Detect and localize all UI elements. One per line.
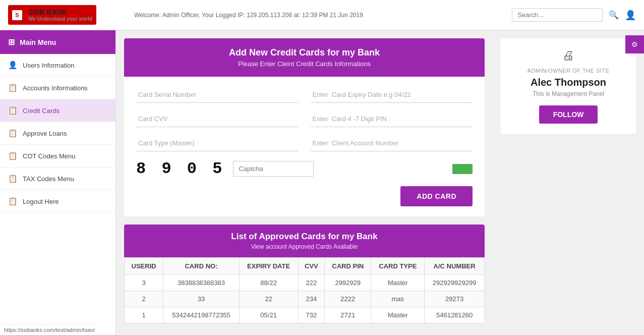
add-card-row: ADD CARD <box>136 186 473 206</box>
form-row-1 <box>136 87 473 103</box>
logo-area: S SSIB BANK We Understand your world <box>8 5 124 25</box>
clipboard-icon-logout: 📋 <box>8 197 18 206</box>
add-card-header: Add New Credit Cards for my Bank Please … <box>124 38 485 77</box>
sidebar-item-cot-codes[interactable]: 📋 COT Codes Menu <box>0 145 115 167</box>
col-cvv: CVV <box>298 258 325 275</box>
approved-cards-table-card: List of Approved Cards for my Bank View … <box>124 225 485 323</box>
approved-cards-table: USERID CARD NO: EXPIRY DATE CVV CARD PIN… <box>124 257 485 323</box>
sidebar-label-accounts-informations: Accounts Informations <box>23 84 88 92</box>
sidebar-item-accounts-informations[interactable]: 📋 Accounts Informations <box>0 77 115 99</box>
field-expiry <box>311 87 473 103</box>
right-panel: 🖨 ADMIN/OWNER OF THE SITE Alec Thompson … <box>493 30 644 335</box>
user-icon-button[interactable]: 👤 <box>625 10 636 21</box>
grid-icon: ⊞ <box>8 37 15 47</box>
logo-text-area: SSIB BANK We Understand your world <box>28 8 92 22</box>
field-account <box>311 135 473 151</box>
sidebar-label-tax-codes: TAX Codes Menu <box>23 175 74 183</box>
table-header-row: USERID CARD NO: EXPIRY DATE CVV CARD PIN… <box>125 258 485 275</box>
approved-cards-subtitle: View account Approved Cards Avaliable <box>132 243 477 250</box>
captcha-input[interactable] <box>233 161 314 177</box>
approved-cards-header: List of Approved Cards for my Bank View … <box>124 225 485 257</box>
captcha-row: 8 9 0 5 <box>136 159 473 178</box>
table-row: 3383883838838388/222222992929Master29292… <box>125 275 485 291</box>
add-card-form-card: Add New Credit Cards for my Bank Please … <box>124 38 485 216</box>
logo-box: S SSIB BANK We Understand your world <box>8 5 96 25</box>
search-input[interactable] <box>512 8 603 22</box>
cvv-input[interactable] <box>136 111 299 127</box>
sidebar-item-approve-loans[interactable]: 📋 Approve Loans <box>0 122 115 145</box>
field-pin <box>311 111 473 127</box>
main-menu-label: Main Menu <box>20 38 56 46</box>
pin-input[interactable] <box>311 111 473 127</box>
profile-name: Alec Thompson <box>509 77 628 88</box>
col-type: CARD TYPE <box>371 258 425 275</box>
clipboard-icon-credit: 📋 <box>8 106 18 115</box>
sidebar-item-users-information[interactable]: 👤 Users Information <box>0 54 115 77</box>
clipboard-icon-loans: 📋 <box>8 129 18 138</box>
approved-cards-title: List of Approved Cards for my Bank <box>132 232 477 242</box>
table-row: 1534244219877235505/217322721Master54612… <box>125 307 485 323</box>
search-icon-button[interactable]: 🔍 <box>609 10 619 20</box>
logo-tagline: We Understand your world <box>28 16 92 22</box>
sidebar-label-logout: Logout Here <box>23 198 59 205</box>
header: S SSIB BANK We Understand your world Wel… <box>0 0 644 30</box>
profile-role: ADMIN/OWNER OF THE SITE <box>509 68 628 74</box>
form-row-2 <box>136 111 473 127</box>
main-layout: ⊞ Main Menu 👤 Users Information 📋 Accoun… <box>0 30 644 335</box>
field-serial <box>136 87 299 103</box>
add-card-button[interactable]: ADD CARD <box>400 186 473 206</box>
add-card-body: 8 9 0 5 ADD CARD <box>124 77 485 216</box>
logo-brand: SSIB BANK <box>28 8 92 16</box>
clipboard-icon-cot: 📋 <box>8 151 18 160</box>
logo-icon: S <box>12 10 22 20</box>
col-card-no: CARD NO: <box>163 258 240 275</box>
table-row: 233222342222mas29273 <box>125 291 485 307</box>
col-ac-number: A/C NUMBER <box>425 258 485 275</box>
profile-description: This is Management Panel <box>509 90 628 97</box>
sidebar-label-approve-loans: Approve Loans <box>23 130 67 137</box>
header-welcome-text: Welcome: Admin Officer, Your Logged IP: … <box>124 12 512 19</box>
settings-button[interactable]: ⚙ <box>625 35 644 53</box>
print-icon: 🖨 <box>509 48 628 63</box>
sidebar-item-logout[interactable]: 📋 Logout Here <box>0 190 115 213</box>
footer-url: https://ssibanks.com/test/admin/loan/ <box>0 324 99 335</box>
main-content: Add New Credit Cards for my Bank Please … <box>116 30 493 335</box>
clipboard-icon-accounts: 📋 <box>8 83 18 92</box>
main-menu-item[interactable]: ⊞ Main Menu <box>0 30 115 54</box>
expiry-date-input[interactable] <box>311 87 473 103</box>
add-card-subtitle: Please Enter Cleint Credit Cards Informa… <box>132 60 477 68</box>
clipboard-icon-tax: 📋 <box>8 174 18 183</box>
sidebar-item-credit-cards[interactable]: 📋 Credit Cards <box>0 99 115 122</box>
sidebar-item-tax-codes[interactable]: 📋 TAX Codes Menu <box>0 167 115 190</box>
serial-number-input[interactable] <box>136 87 299 103</box>
follow-button[interactable]: FOLLOW <box>539 105 598 124</box>
captcha-check-indicator <box>452 164 473 174</box>
form-row-3 <box>136 135 473 151</box>
user-icon: 👤 <box>8 61 18 70</box>
sidebar-label-cot-codes: COT Codes Menu <box>23 152 76 160</box>
sidebar: ⊞ Main Menu 👤 Users Information 📋 Accoun… <box>0 30 116 335</box>
col-userid: USERID <box>125 258 163 275</box>
profile-card: 🖨 ADMIN/OWNER OF THE SITE Alec Thompson … <box>501 38 636 134</box>
field-type <box>136 135 299 151</box>
col-expiry: EXPIRY DATE <box>239 258 298 275</box>
account-number-input[interactable] <box>311 135 473 151</box>
add-card-title: Add New Credit Cards for my Bank <box>132 47 477 58</box>
card-type-input[interactable] <box>136 135 299 151</box>
sidebar-label-credit-cards: Credit Cards <box>23 107 60 115</box>
field-cvv <box>136 111 299 127</box>
sidebar-label-users-information: Users Information <box>23 62 75 69</box>
col-pin: CARD PIN <box>325 258 371 275</box>
header-right: 🔍 👤 <box>512 8 636 22</box>
captcha-display: 8 9 0 5 <box>136 159 225 178</box>
table-body: 3383883838838388/222222992929Master29292… <box>125 275 485 323</box>
